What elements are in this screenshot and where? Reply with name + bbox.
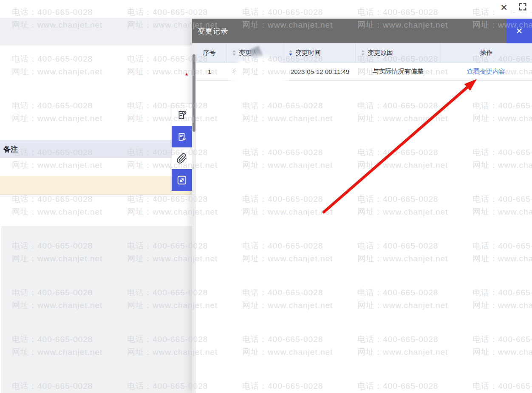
screen: 备注 *	[0, 0, 532, 393]
cell-time: 2023-05-12 00:11:49	[284, 63, 356, 80]
column-label: 变更原因	[368, 49, 393, 57]
seq-value: 1	[208, 68, 211, 75]
side-toolbar	[172, 104, 192, 191]
highlighted-form-row	[0, 176, 192, 195]
reason-value: 与实际情况有偏差	[373, 68, 424, 76]
scrollbar-thumb[interactable]	[192, 54, 195, 132]
expand-button[interactable]	[172, 169, 192, 191]
record-clock-button[interactable]	[172, 104, 192, 126]
column-label: 操作	[480, 49, 492, 57]
remark-label: 备注	[0, 144, 18, 154]
attachment-button[interactable]	[172, 147, 192, 169]
change-record-modal: 变更记录 ✕ 序号 变更人 变更时间 变更原因 操作	[192, 19, 532, 393]
remark-section-header: 备注	[0, 140, 192, 158]
vertical-scrollbar[interactable]	[192, 43, 196, 393]
column-header-time[interactable]: 变更时间	[284, 43, 356, 62]
sort-icons[interactable]	[232, 50, 236, 56]
modal-close-button[interactable]: ✕	[507, 19, 532, 43]
cell-action: 查看变更内容	[440, 63, 532, 80]
modal-header: 变更记录 ✕	[192, 19, 532, 43]
record-refresh-icon	[176, 131, 187, 142]
attachment-icon	[176, 153, 187, 164]
view-change-content-link[interactable]: 查看变更内容	[467, 68, 505, 76]
window-controls: ✕	[496, 0, 532, 15]
required-field-marker: *	[185, 72, 188, 80]
fullscreen-brackets-icon	[518, 2, 527, 14]
sort-icons[interactable]	[289, 50, 292, 56]
time-value: 2023-05-12 00:11:49	[291, 68, 349, 75]
page-close-button[interactable]: ✕	[496, 0, 512, 15]
record-clock-icon	[176, 110, 187, 121]
sort-icons[interactable]	[361, 50, 365, 56]
expand-icon	[176, 175, 187, 186]
page-fullscreen-button[interactable]	[515, 0, 530, 15]
close-icon: ✕	[500, 3, 508, 13]
privacy-blur-name	[235, 59, 283, 93]
cell-seq: 1	[192, 63, 227, 80]
cell-reason: 与实际情况有偏差	[356, 63, 440, 80]
column-label: 序号	[203, 49, 216, 57]
column-header-reason[interactable]: 变更原因	[356, 43, 440, 62]
column-header-seq[interactable]: 序号	[192, 43, 227, 62]
close-icon: ✕	[516, 26, 523, 36]
change-record-button[interactable]	[172, 126, 192, 147]
form-lower-area	[1, 226, 192, 393]
table-header-row: 序号 变更人 变更时间 变更原因 操作	[192, 43, 532, 63]
modal-title: 变更记录	[192, 26, 228, 36]
column-header-action: 操作	[440, 43, 532, 62]
column-label: 变更时间	[295, 49, 321, 57]
